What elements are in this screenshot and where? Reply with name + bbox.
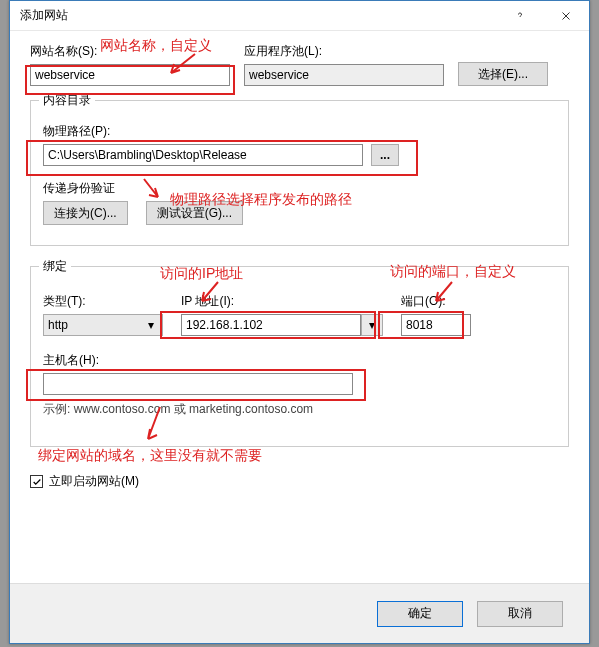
checkbox-box [30, 475, 43, 488]
binding-groupbox: 绑定 类型(T): http ▾ IP 地址(I): ▾ [30, 266, 569, 447]
dialog-content: 网站名称(S): 应用程序池(L): 选择(E)... 内容目录 物理路径(P)… [10, 31, 589, 583]
ok-button[interactable]: 确定 [377, 601, 463, 627]
add-website-dialog: 添加网站 网站名称(S): 应用程序池(L): 选择(E)... 内容目录 物理… [9, 0, 590, 644]
app-pool-input [244, 64, 444, 86]
browse-label: ... [380, 148, 390, 162]
ip-dropdown[interactable]: ▾ [361, 314, 383, 336]
binding-legend: 绑定 [39, 258, 71, 275]
close-icon [560, 10, 572, 22]
window-title: 添加网站 [20, 7, 497, 24]
host-input[interactable] [43, 373, 353, 395]
close-button[interactable] [543, 1, 589, 31]
start-now-checkbox[interactable]: 立即启动网站(M) [30, 473, 569, 490]
help-icon [514, 10, 526, 22]
site-name-label: 网站名称(S): [30, 43, 230, 60]
ip-label: IP 地址(I): [181, 293, 383, 310]
start-now-label: 立即启动网站(M) [49, 473, 139, 490]
check-icon [32, 477, 42, 487]
browse-button[interactable]: ... [371, 144, 399, 166]
app-pool-label: 应用程序池(L): [244, 43, 444, 60]
type-select[interactable]: http ▾ [43, 314, 163, 336]
auth-label: 传递身份验证 [43, 180, 556, 197]
help-button[interactable] [497, 1, 543, 31]
site-name-input[interactable] [30, 64, 230, 86]
content-legend: 内容目录 [39, 92, 95, 109]
phys-path-input[interactable] [43, 144, 363, 166]
ip-input[interactable] [181, 314, 361, 336]
host-label: 主机名(H): [43, 352, 556, 369]
test-settings-button[interactable]: 测试设置(G)... [146, 201, 243, 225]
content-groupbox: 内容目录 物理路径(P): ... 传递身份验证 连接为(C)... 测试设置(… [30, 100, 569, 246]
chevron-down-icon: ▾ [365, 318, 379, 332]
chevron-down-icon: ▾ [144, 318, 158, 332]
cancel-button[interactable]: 取消 [477, 601, 563, 627]
connect-as-button[interactable]: 连接为(C)... [43, 201, 128, 225]
phys-path-label: 物理路径(P): [43, 123, 556, 140]
host-example: 示例: www.contoso.com 或 marketing.contoso.… [43, 401, 556, 418]
titlebar: 添加网站 [10, 1, 589, 31]
select-app-pool-button[interactable]: 选择(E)... [458, 62, 548, 86]
port-input[interactable] [401, 314, 471, 336]
type-label: 类型(T): [43, 293, 163, 310]
port-label: 端口(O): [401, 293, 471, 310]
dialog-footer: 确定 取消 [10, 583, 589, 643]
type-value: http [48, 318, 68, 332]
